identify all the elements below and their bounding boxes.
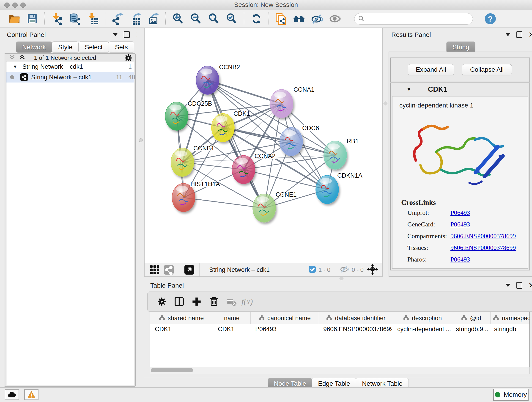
delete-table-icon[interactable] <box>223 296 240 307</box>
table-cell[interactable]: stringdb <box>489 326 530 333</box>
table-options-gear-icon[interactable] <box>153 297 171 307</box>
export-table-button-export-table-icon[interactable] <box>127 12 144 26</box>
birds-eye-view-icon[interactable] <box>182 264 196 275</box>
import-network-file-button-import-network-icon[interactable] <box>48 12 66 26</box>
zoom-selected-button-zoom-selected-icon[interactable] <box>223 12 241 26</box>
network-node-count: 11 <box>116 74 122 81</box>
collapse-panel-icon[interactable] <box>113 33 118 36</box>
protein-structure-image <box>407 112 512 196</box>
tree-expand-icon[interactable]: ▼ <box>13 64 17 70</box>
apply-layout-button-refresh-icon[interactable] <box>247 12 265 26</box>
node-table[interactable]: shared namenamecanonical namedatabase id… <box>150 312 530 368</box>
float-panel-icon[interactable] <box>516 31 522 38</box>
table-cell[interactable]: 9606.ENSP00000378699 <box>318 326 392 333</box>
delete-column-icon[interactable] <box>205 296 223 307</box>
zoom-out-button-zoom-out-icon[interactable] <box>187 12 205 26</box>
search-input[interactable] <box>365 15 462 23</box>
column-header-database-identifier[interactable]: database identifier <box>319 313 393 324</box>
table-cell[interactable]: CDK1 <box>213 326 250 333</box>
tab-style[interactable]: Style <box>52 41 79 53</box>
crosslink-link[interactable]: 9606.ENSP00000378699 <box>450 244 516 251</box>
crosslink-link[interactable]: P06493 <box>450 209 470 216</box>
column-header-canonical-name[interactable]: canonical name <box>251 313 319 324</box>
network-node-ccna2[interactable] <box>232 155 255 184</box>
network-edge[interactable] <box>208 80 264 208</box>
network-canvas[interactable]: CCNB2 CCNA1 CDC25B CDK1 CDC6 RB1 CCNB1 C… <box>144 28 383 263</box>
crosslink-link[interactable]: P06493 <box>450 221 470 228</box>
column-header-shared-name[interactable]: shared name <box>150 313 213 324</box>
table-cell[interactable]: CDK1 <box>150 326 213 333</box>
import-table-button-import-table-icon[interactable] <box>84 12 102 26</box>
selected-checkbox-icon[interactable] <box>308 265 316 274</box>
collapse-all-button[interactable]: Collapse All <box>462 64 512 75</box>
left-splitter[interactable] <box>137 28 144 276</box>
right-splitter[interactable] <box>382 28 389 276</box>
horizontal-splitter[interactable] <box>144 276 532 280</box>
network-node-ccne1[interactable] <box>253 194 276 222</box>
float-panel-icon[interactable] <box>124 31 130 38</box>
export-image-button-export-image-icon[interactable] <box>144 12 162 26</box>
show-columns-icon[interactable] <box>171 296 188 307</box>
column-header-@id[interactable]: @id <box>452 313 491 324</box>
column-header-namespace[interactable]: namespace <box>491 313 530 324</box>
section-collapse-icon[interactable]: ▼ <box>406 86 412 92</box>
table-cell[interactable]: stringdb:9... <box>451 326 489 333</box>
pan-crosshair-icon[interactable] <box>367 264 378 276</box>
table-horizontal-scrollbar[interactable] <box>150 367 530 374</box>
hidden-eye-slash-icon[interactable] <box>339 265 349 274</box>
table-cell[interactable]: cyclin-dependent ... <box>392 326 451 333</box>
network-node-rb1[interactable] <box>324 141 347 169</box>
tab-string[interactable]: String <box>446 41 475 53</box>
network-view-icon[interactable] <box>162 264 176 275</box>
network-node-cdc25b[interactable] <box>165 102 188 130</box>
cybrowser-button-document-share-icon[interactable] <box>272 12 290 26</box>
table-cell[interactable]: P06493 <box>250 326 318 333</box>
expand-all-button[interactable]: Expand All <box>408 64 454 75</box>
network-node-ccnb1[interactable] <box>171 148 194 177</box>
column-header-name[interactable]: name <box>213 313 251 324</box>
scrollbar-thumb[interactable] <box>151 368 193 372</box>
zoom-in-button-zoom-in-icon[interactable] <box>169 12 187 26</box>
collapse-panel-icon[interactable] <box>505 33 510 36</box>
network-node-cdc6[interactable] <box>280 128 303 156</box>
network-collection-row[interactable]: ▼ String Network – cdk1 1 <box>6 61 134 72</box>
grid-view-icon[interactable] <box>147 264 162 275</box>
window-close-button[interactable] <box>4 2 10 8</box>
crosslink-link[interactable]: P06493 <box>450 256 470 263</box>
add-column-icon[interactable] <box>188 296 205 307</box>
table-row[interactable]: CDK1CDK1P064939606.ENSP00000378699cyclin… <box>150 324 530 334</box>
network-row-selected[interactable]: String Network – cdk1 11 48 <box>6 72 134 83</box>
network-node-cdk1[interactable] <box>211 114 234 142</box>
close-panel-icon[interactable]: ✕ <box>528 283 532 288</box>
gene-section-header[interactable]: ▼ CDK1 <box>390 83 529 96</box>
column-header-description[interactable]: description <box>393 313 452 324</box>
welcome-screen-button-houses-icon[interactable] <box>290 12 308 26</box>
zoom-fit-button-zoom-fit-icon[interactable] <box>205 12 223 26</box>
warning-status-button[interactable] <box>24 389 38 400</box>
function-builder-icon[interactable]: f(x) <box>240 296 258 307</box>
network-node-ccna1[interactable] <box>270 89 293 118</box>
save-session-button-save-icon[interactable] <box>23 12 41 26</box>
window-minimize-button[interactable] <box>12 2 18 8</box>
collapse-panel-icon[interactable] <box>505 284 510 287</box>
help-button[interactable]: ? <box>485 13 496 24</box>
export-network-button-export-network-icon[interactable] <box>109 12 127 26</box>
close-panel-icon[interactable]: ✕ <box>528 32 532 37</box>
network-node-hist1h1a[interactable] <box>172 183 195 212</box>
memory-button[interactable]: Memory <box>493 389 529 401</box>
crosslink-link[interactable]: 9606.ENSP00000378699 <box>450 232 516 240</box>
tab-network[interactable]: Network <box>16 41 52 53</box>
import-network-database-button-import-database-icon[interactable] <box>66 12 84 26</box>
cloud-status-button[interactable] <box>5 389 19 400</box>
tab-sets[interactable]: Sets <box>109 41 134 53</box>
search-box[interactable] <box>354 13 473 25</box>
tab-select[interactable]: Select <box>79 41 109 53</box>
network-node-ccnb2[interactable] <box>196 66 219 95</box>
open-file-button-open-folder-icon[interactable] <box>6 12 23 26</box>
window-zoom-button[interactable] <box>20 2 26 8</box>
network-node-cdkn1a[interactable] <box>316 175 339 204</box>
hide-panel-button-eye-slash-icon[interactable] <box>308 12 326 26</box>
float-panel-icon[interactable] <box>516 282 522 289</box>
show-panel-button-eye-gray-icon[interactable] <box>326 12 344 26</box>
network-edge[interactable] <box>184 198 264 208</box>
